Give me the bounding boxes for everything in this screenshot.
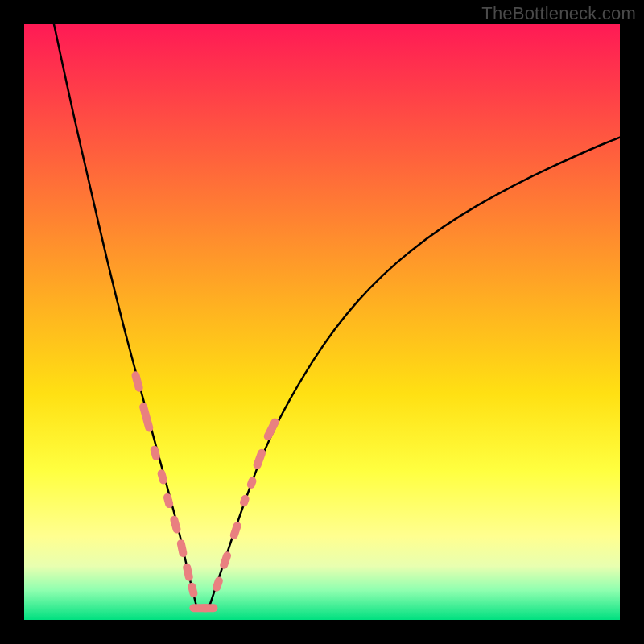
data-marker [182,563,193,582]
data-marker [212,576,224,592]
data-marker [262,417,280,442]
data-marker [229,521,242,540]
data-marker [130,370,143,393]
data-marker [138,402,154,432]
watermark-text: TheBottleneck.com [481,3,636,24]
data-marker [246,476,257,489]
curve-layer [24,24,620,620]
data-marker [239,493,250,507]
data-marker [169,515,181,535]
data-marker [219,551,233,570]
curve-right-branch [208,138,620,609]
plot-area [24,24,620,620]
data-marker [252,448,266,470]
marker-group [130,370,280,612]
data-marker [176,539,188,558]
data-marker [200,604,217,612]
chart-frame: TheBottleneck.com [0,0,644,644]
data-marker [187,582,198,598]
